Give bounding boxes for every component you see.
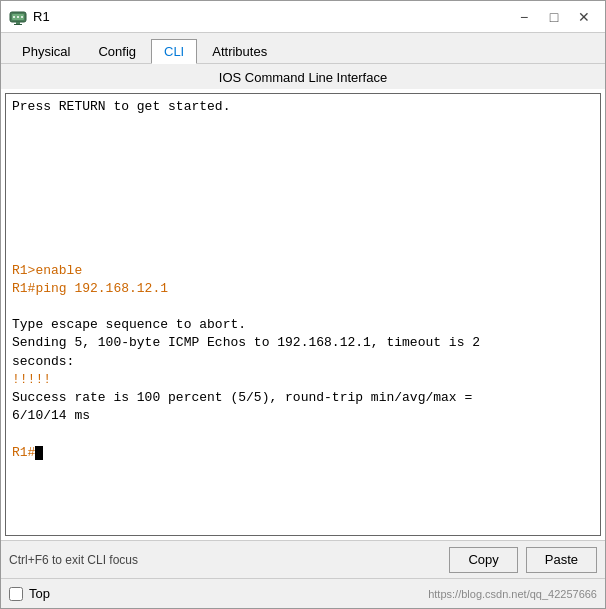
terminal-line <box>12 425 594 443</box>
terminal-wrapper: Press RETURN to get started. R1>enableR1… <box>1 89 605 540</box>
cli-header: IOS Command Line Interface <box>1 64 605 89</box>
terminal-line <box>12 153 594 171</box>
cli-hint: Ctrl+F6 to exit CLI focus <box>9 553 441 567</box>
footer-bar: Top https://blog.csdn.net/qq_42257666 <box>1 578 605 608</box>
terminal-line: !!!!! <box>12 371 594 389</box>
terminal-line: R1#ping 192.168.12.1 <box>12 280 594 298</box>
app-icon <box>9 8 27 26</box>
window-controls: − □ ✕ <box>511 7 597 27</box>
terminal-line: Success rate is 100 percent (5/5), round… <box>12 389 594 407</box>
terminal-line <box>12 244 594 262</box>
terminal-line: R1# <box>12 444 594 462</box>
tab-config[interactable]: Config <box>85 39 149 63</box>
main-window: R1 − □ ✕ Physical Config CLI Attributes … <box>0 0 606 609</box>
window-title: R1 <box>33 9 511 24</box>
svg-point-2 <box>13 16 15 18</box>
terminal-line: Press RETURN to get started. <box>12 98 594 116</box>
title-bar: R1 − □ ✕ <box>1 1 605 33</box>
terminal-line <box>12 207 594 225</box>
top-checkbox[interactable] <box>9 587 23 601</box>
terminal-line <box>12 171 594 189</box>
content-area: IOS Command Line Interface Press RETURN … <box>1 64 605 540</box>
terminal-line <box>12 116 594 134</box>
terminal-line: Sending 5, 100-byte ICMP Echos to 192.16… <box>12 334 594 352</box>
terminal-line <box>12 298 594 316</box>
terminal-line <box>12 134 594 152</box>
minimize-button[interactable]: − <box>511 7 537 27</box>
terminal-line: 6/10/14 ms <box>12 407 594 425</box>
bottom-bar: Ctrl+F6 to exit CLI focus Copy Paste <box>1 540 605 578</box>
tab-attributes[interactable]: Attributes <box>199 39 280 63</box>
terminal-line: Type escape sequence to abort. <box>12 316 594 334</box>
tab-cli[interactable]: CLI <box>151 39 197 64</box>
top-checkbox-container[interactable]: Top <box>9 586 50 601</box>
close-button[interactable]: ✕ <box>571 7 597 27</box>
terminal-line: seconds: <box>12 353 594 371</box>
svg-point-4 <box>21 16 23 18</box>
terminal[interactable]: Press RETURN to get started. R1>enableR1… <box>5 93 601 536</box>
footer-url: https://blog.csdn.net/qq_42257666 <box>50 588 597 600</box>
terminal-line: R1>enable <box>12 262 594 280</box>
svg-point-3 <box>17 16 19 18</box>
terminal-line <box>12 225 594 243</box>
terminal-cursor <box>35 446 43 460</box>
terminal-line <box>12 189 594 207</box>
svg-rect-5 <box>16 22 20 24</box>
tab-bar: Physical Config CLI Attributes <box>1 33 605 64</box>
copy-button[interactable]: Copy <box>449 547 517 573</box>
maximize-button[interactable]: □ <box>541 7 567 27</box>
svg-rect-6 <box>14 24 22 25</box>
paste-button[interactable]: Paste <box>526 547 597 573</box>
tab-physical[interactable]: Physical <box>9 39 83 63</box>
top-label[interactable]: Top <box>29 586 50 601</box>
